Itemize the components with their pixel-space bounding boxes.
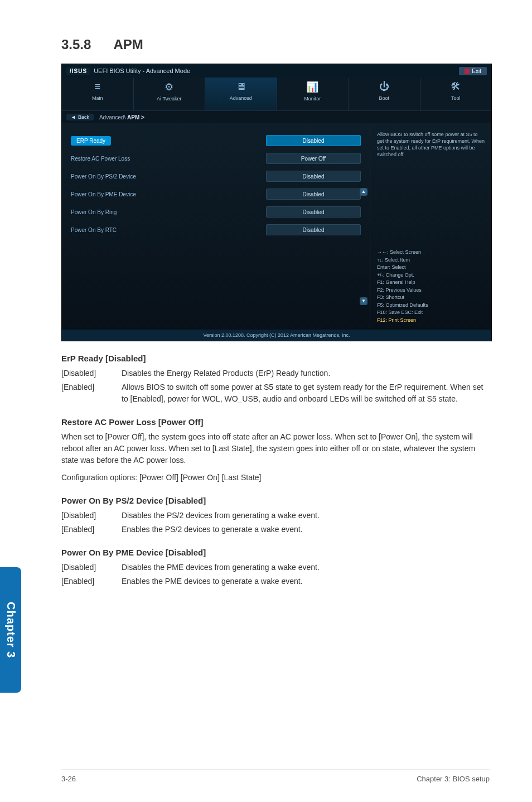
help-key-line: →←: Select Screen — [377, 249, 486, 257]
help-keys: →←: Select Screen ↑↓: Select Item Enter:… — [377, 249, 486, 324]
breadcrumb-path-current: APM > — [127, 114, 144, 120]
scroll-down-icon[interactable]: ▼ — [360, 297, 367, 305]
cfg-value[interactable]: Disabled — [266, 189, 361, 200]
help-key-line: ↑↓: Select Item — [377, 257, 486, 264]
cfg-row-erp-ready[interactable]: ERP Ready Disabled — [71, 134, 361, 147]
footer-chapter: Chapter 3: BIOS setup — [417, 775, 490, 783]
section-title: APM — [113, 37, 143, 52]
exit-button[interactable]: Exit — [459, 67, 487, 75]
cfg-row-ring[interactable]: Power On By Ring Disabled — [71, 206, 361, 218]
definition-desc: Enables the PME devices to generate a wa… — [122, 576, 490, 587]
page-number: 3-26 — [61, 775, 76, 783]
tab-boot[interactable]: ⏻ Boot — [349, 78, 420, 110]
definition-desc: Disables the PME devices from generating… — [122, 562, 490, 573]
tab-tool[interactable]: 🛠 Tool — [420, 78, 492, 110]
back-button[interactable]: ◄ Back — [66, 114, 94, 120]
exit-label: Exit — [472, 68, 481, 74]
cfg-label: Power On By Ring — [71, 209, 266, 215]
cfg-value[interactable]: Power Off — [266, 153, 361, 164]
arrow-left-icon: ◄ — [71, 114, 76, 120]
cfg-row-restore-ac[interactable]: Restore AC Power Loss Power Off — [71, 152, 361, 165]
page-footer: 3-26 Chapter 3: BIOS setup — [61, 770, 490, 783]
help-key-line: F5: Optimized Defaults — [377, 302, 486, 310]
help-key-line: +/-: Change Opt. — [377, 272, 486, 279]
tab-monitor[interactable]: 📊 Monitor — [277, 78, 349, 110]
definition-row: [Disabled] Disables the PS/2 devices fro… — [61, 510, 490, 521]
exit-icon — [465, 69, 470, 74]
wrench-icon: 🛠 — [420, 81, 492, 93]
cfg-label: Power On By PME Device — [71, 191, 266, 197]
cfg-row-rtc[interactable]: Power On By RTC Disabled — [71, 224, 361, 236]
help-key-line: F1: General Help — [377, 279, 486, 287]
cfg-label: ERP Ready — [76, 138, 105, 144]
tab-ai-tweaker[interactable]: ⚙ Ai Tweaker — [134, 78, 206, 110]
definition-row: [Enabled] Allows BIOS to switch off some… — [61, 381, 490, 405]
cfg-row-ps2[interactable]: Power On By PS/2 Device Disabled — [71, 170, 361, 182]
definition-term: [Disabled] — [61, 368, 122, 379]
definition-term: [Disabled] — [61, 562, 122, 573]
bios-titlebar: /ISUS UEFI BIOS Utility - Advanced Mode … — [62, 64, 491, 78]
cfg-value[interactable]: Disabled — [266, 135, 361, 146]
cfg-value[interactable]: Disabled — [266, 206, 361, 218]
definition-row: [Enabled] Enables the PME devices to gen… — [61, 576, 490, 587]
help-key-line-gold: F12: Print Screen — [377, 317, 486, 325]
subhead-restore-ac: Restore AC Power Loss [Power Off] — [61, 417, 490, 427]
monitor-gear-icon: 🖥 — [205, 81, 277, 93]
bios-footer: Version 2.00.1208. Copyright (C) 2012 Am… — [62, 330, 491, 341]
definition-term: [Disabled] — [61, 510, 122, 521]
tab-advanced[interactable]: 🖥 Advanced — [205, 78, 277, 110]
definition-term: [Enabled] — [61, 524, 122, 535]
config-pane: ERP Ready Disabled Restore AC Power Loss… — [62, 123, 370, 330]
help-pane: Allow BIOS to switch off some power at S… — [370, 123, 491, 330]
help-key-line: F3: Shortcut — [377, 294, 486, 302]
section-heading: 3.5.8 APM — [61, 37, 490, 52]
scroll-up-icon[interactable]: ▲ — [360, 188, 367, 196]
scrollbar[interactable]: ▲ ▼ — [360, 188, 367, 305]
definition-term: [Enabled] — [61, 381, 122, 405]
help-text: Allow BIOS to switch off some power at S… — [377, 131, 486, 158]
gear-mouse-icon: ⚙ — [134, 81, 205, 93]
definition-desc: Disables the Energy Related Products (Er… — [122, 368, 490, 379]
breadcrumb-path: Advanced\ APM > — [99, 114, 144, 120]
back-label: Back — [78, 114, 89, 120]
definition-desc: Disables the PS/2 devices from generatin… — [122, 510, 490, 521]
chapter-spine: Chapter 3 — [0, 567, 21, 693]
tab-main[interactable]: ≡ Main — [62, 78, 134, 110]
tab-label: Main — [92, 95, 103, 101]
bios-title: UEFI BIOS Utility - Advanced Mode — [94, 67, 190, 74]
tab-label: Monitor — [304, 96, 321, 102]
paragraph: Configuration options: [Power Off] [Powe… — [61, 472, 490, 484]
tab-label: Tool — [451, 95, 461, 101]
gauge-icon: 📊 — [277, 81, 349, 93]
breadcrumb-path-plain: Advanced\ — [99, 114, 127, 120]
subhead-ps2: Power On By PS/2 Device [Disabled] — [61, 496, 490, 505]
cfg-value[interactable]: Disabled — [266, 171, 361, 182]
subhead-erp-ready: ErP Ready [Disabled] — [61, 354, 490, 363]
breadcrumb: ◄ Back Advanced\ APM > — [62, 111, 491, 123]
cfg-value[interactable]: Disabled — [266, 224, 361, 235]
help-key-line: F2: Previous Values — [377, 287, 486, 294]
definition-row: [Disabled] Disables the Energy Related P… — [61, 368, 490, 379]
definition-desc: Enables the PS/2 devices to generate a w… — [122, 524, 490, 535]
power-icon: ⏻ — [349, 81, 420, 93]
list-icon: ≡ — [62, 81, 133, 93]
tab-label: Boot — [379, 95, 389, 101]
subhead-pme: Power On By PME Device [Disabled] — [61, 548, 490, 557]
paragraph: When set to [Power Off], the system goes… — [61, 431, 490, 466]
section-number: 3.5.8 — [61, 37, 91, 52]
definition-desc: Allows BIOS to switch off some power at … — [122, 381, 490, 405]
cfg-label: Power On By RTC — [71, 227, 266, 233]
bios-logo: /ISUS — [66, 67, 90, 75]
definition-row: [Enabled] Enables the PS/2 devices to ge… — [61, 524, 490, 535]
cfg-row-pme[interactable]: Power On By PME Device Disabled — [71, 188, 361, 200]
bios-screenshot: /ISUS UEFI BIOS Utility - Advanced Mode … — [61, 64, 492, 341]
definition-term: [Enabled] — [61, 576, 122, 587]
bios-nav: ≡ Main ⚙ Ai Tweaker 🖥 Advanced 📊 Monitor… — [62, 78, 491, 111]
cfg-label: Restore AC Power Loss — [71, 156, 266, 162]
help-key-line: Enter: Select — [377, 264, 486, 272]
cfg-label: Power On By PS/2 Device — [71, 173, 266, 180]
tab-label: Ai Tweaker — [157, 96, 181, 102]
definition-row: [Disabled] Disables the PME devices from… — [61, 562, 490, 573]
tab-label: Advanced — [230, 95, 252, 101]
help-key-line: F10: Save ESC: Exit — [377, 309, 486, 317]
